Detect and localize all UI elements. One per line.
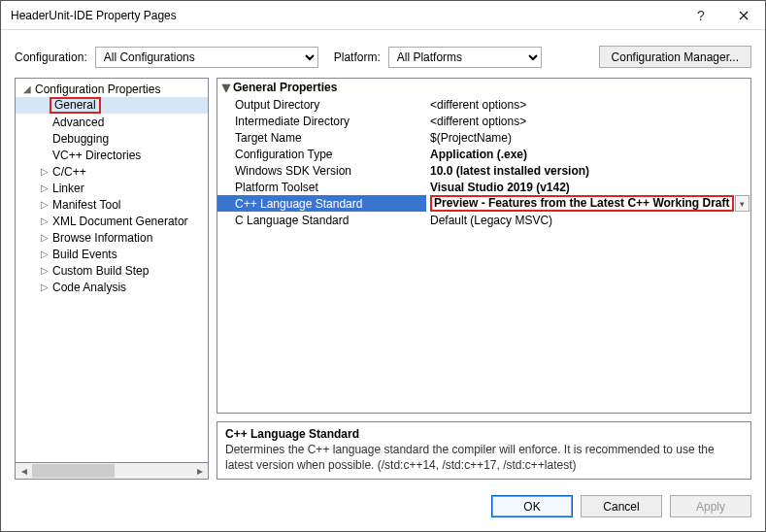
property-value: Default (Legacy MSVC)	[430, 214, 552, 227]
property-name: Configuration Type	[217, 146, 426, 162]
expand-icon: ▷	[39, 166, 50, 177]
tree-item-manifest-tool[interactable]: ▷ Manifest Tool	[16, 196, 208, 213]
tree-item-code-analysis[interactable]: ▷ Code Analysis	[16, 279, 208, 295]
close-button[interactable]	[722, 1, 765, 30]
expand-icon: ▷	[39, 216, 50, 226]
property-value: $(ProjectName)	[430, 131, 512, 145]
property-group-header[interactable]: ⯆ General Properties	[217, 79, 750, 96]
scroll-right-icon[interactable]: ▸	[191, 463, 208, 479]
tree-item-label: Code Analysis	[50, 281, 128, 294]
titlebar: HeaderUnit-IDE Property Pages ?	[1, 1, 765, 30]
property-row-target-name[interactable]: Target Name $(ProjectName)	[217, 129, 750, 146]
platform-select[interactable]: All Platforms	[388, 47, 542, 68]
tree-item-label: Browse Information	[50, 231, 154, 245]
tree-item-label: Debugging	[50, 132, 111, 146]
ok-button[interactable]: OK	[491, 495, 573, 517]
tree-horizontal-scrollbar[interactable]: ◂ ▸	[15, 463, 209, 480]
tree-item-label: Linker	[50, 182, 86, 195]
tree-item-label: C/C++	[50, 165, 88, 179]
property-value: <different options>	[430, 115, 526, 128]
configuration-manager-button[interactable]: Configuration Manager...	[599, 46, 751, 68]
chevron-down-icon: ▾	[740, 199, 745, 209]
apply-button[interactable]: Apply	[670, 495, 751, 517]
property-row-cpp-language-standard[interactable]: C++ Language Standard Preview - Features…	[217, 195, 750, 212]
scroll-left-icon[interactable]: ◂	[16, 463, 32, 479]
property-row-platform-toolset[interactable]: Platform Toolset Visual Studio 2019 (v14…	[217, 179, 750, 195]
tree-item-label: Advanced	[50, 116, 106, 129]
property-row-intermediate-directory[interactable]: Intermediate Directory <different option…	[217, 113, 750, 129]
property-value: <different options>	[430, 98, 526, 112]
description-title: C++ Language Standard	[225, 426, 743, 442]
close-icon	[739, 11, 749, 20]
collapse-icon: ◢	[21, 83, 33, 94]
expand-icon: ▷	[39, 249, 50, 259]
scroll-track[interactable]	[32, 463, 191, 479]
expand-icon: ▷	[39, 265, 50, 276]
property-name: Target Name	[217, 129, 426, 146]
tree-item-general[interactable]: General	[16, 97, 208, 114]
dropdown-button[interactable]: ▾	[735, 195, 749, 212]
property-name: Output Directory	[217, 96, 426, 113]
tree-item-build-events[interactable]: ▷ Build Events	[16, 246, 208, 262]
property-value: Visual Studio 2019 (v142)	[430, 181, 570, 194]
category-tree[interactable]: ◢ Configuration Properties General Advan…	[15, 78, 209, 463]
configuration-select[interactable]: All Configurations	[95, 47, 318, 68]
property-row-output-directory[interactable]: Output Directory <different options>	[217, 96, 750, 113]
property-name: C Language Standard	[217, 212, 426, 228]
scroll-thumb[interactable]	[32, 464, 115, 478]
property-grid: ⯆ General Properties Output Directory <d…	[216, 78, 751, 414]
property-name: Windows SDK Version	[217, 162, 426, 179]
configuration-label: Configuration:	[15, 50, 87, 64]
expand-icon: ▷	[39, 183, 50, 193]
tree-item-label: Manifest Tool	[50, 198, 122, 212]
property-group-title: General Properties	[233, 81, 337, 94]
description-pane: C++ Language Standard Determines the C++…	[216, 421, 751, 480]
dialog-footer: OK Cancel Apply	[1, 485, 765, 531]
property-row-windows-sdk[interactable]: Windows SDK Version 10.0 (latest install…	[217, 162, 750, 179]
tree-item-vc-directories[interactable]: VC++ Directories	[16, 147, 208, 163]
property-value: Application (.exe)	[430, 148, 527, 161]
cancel-button[interactable]: Cancel	[581, 495, 662, 517]
collapse-icon: ⯆	[219, 83, 233, 93]
tree-item-label: General	[50, 97, 101, 114]
tree-item-c-cpp[interactable]: ▷ C/C++	[16, 163, 208, 180]
tree-item-browse-info[interactable]: ▷ Browse Information	[16, 229, 208, 246]
tree-root-configuration-properties[interactable]: ◢ Configuration Properties	[16, 81, 208, 97]
tree-root-label: Configuration Properties	[33, 83, 162, 96]
tree-item-custom-build-step[interactable]: ▷ Custom Build Step	[16, 262, 208, 279]
tree-item-advanced[interactable]: Advanced	[16, 114, 208, 130]
tree-item-label: Build Events	[50, 248, 119, 261]
property-row-configuration-type[interactable]: Configuration Type Application (.exe)	[217, 146, 750, 162]
tree-item-debugging[interactable]: Debugging	[16, 130, 208, 147]
config-toolbar: Configuration: All Configurations Platfo…	[1, 30, 765, 78]
expand-icon: ▷	[39, 199, 50, 210]
platform-label: Platform:	[334, 50, 381, 64]
description-body: Determines the C++ language standard the…	[225, 442, 743, 473]
expand-icon: ▷	[39, 282, 50, 292]
tree-item-xml-doc-gen[interactable]: ▷ XML Document Generator	[16, 213, 208, 229]
tree-item-label: XML Document Generator	[50, 215, 190, 228]
help-button[interactable]: ?	[680, 1, 722, 30]
tree-item-linker[interactable]: ▷ Linker	[16, 180, 208, 196]
tree-item-label: Custom Build Step	[50, 264, 150, 278]
property-value: Preview - Features from the Latest C++ W…	[430, 195, 734, 212]
property-name: Platform Toolset	[217, 179, 426, 195]
property-value: 10.0 (latest installed version)	[430, 164, 589, 178]
property-row-c-language-standard[interactable]: C Language Standard Default (Legacy MSVC…	[217, 212, 750, 228]
property-name: Intermediate Directory	[217, 113, 426, 129]
window-title: HeaderUnit-IDE Property Pages	[11, 9, 680, 22]
property-name: C++ Language Standard	[217, 195, 426, 212]
tree-item-label: VC++ Directories	[50, 149, 143, 162]
expand-icon: ▷	[39, 232, 50, 243]
